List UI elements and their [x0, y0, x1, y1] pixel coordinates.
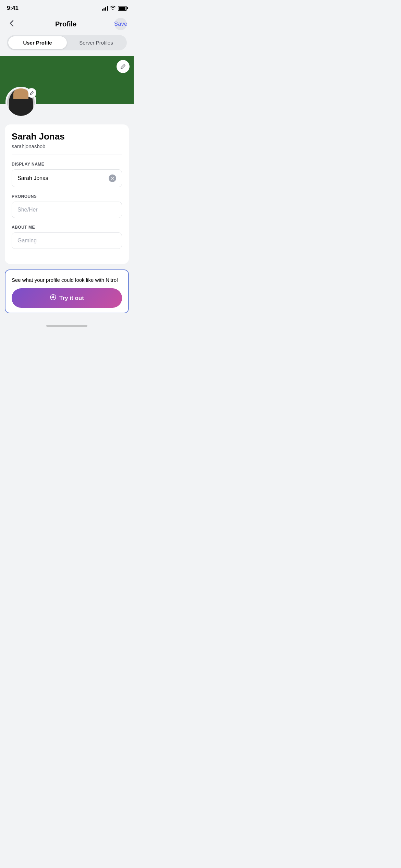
back-button[interactable]	[7, 19, 17, 30]
battery-icon	[118, 6, 127, 11]
avatar-wrap	[5, 87, 36, 118]
clear-display-name-button[interactable]: ✕	[109, 174, 116, 182]
pronouns-label: PRONOUNS	[12, 194, 122, 199]
svg-point-1	[52, 296, 54, 298]
home-indicator	[0, 322, 134, 329]
nitro-banner: See what your profile could look like wi…	[5, 269, 129, 313]
display-name-input[interactable]	[17, 175, 109, 181]
profile-card: Sarah Jonas sarahjonasbob DISPLAY NAME ✕…	[5, 124, 129, 264]
try-it-out-button[interactable]: Try it out	[12, 288, 122, 308]
tab-switcher: User Profile Server Profiles	[7, 35, 127, 50]
edit-banner-button[interactable]	[117, 60, 130, 73]
status-icons	[102, 5, 127, 11]
about-me-label: ABOUT ME	[12, 225, 122, 230]
page-title: Profile	[55, 20, 76, 28]
home-bar	[46, 325, 87, 327]
display-name-label: DISPLAY NAME	[12, 162, 122, 167]
pronouns-input[interactable]	[17, 207, 116, 213]
divider	[12, 155, 122, 155]
nitro-button-icon	[50, 294, 57, 302]
signal-icon	[102, 6, 108, 11]
status-time: 9:41	[7, 5, 19, 12]
try-it-out-label: Try it out	[59, 295, 84, 302]
tab-server-profiles[interactable]: Server Profiles	[67, 36, 125, 49]
display-name-field-wrap: ✕	[12, 169, 122, 187]
about-me-input[interactable]	[17, 238, 116, 244]
pronouns-field-wrap	[12, 202, 122, 218]
about-me-field-wrap	[12, 232, 122, 249]
header: Profile Save	[0, 14, 134, 35]
username-label: sarahjonasbob	[12, 143, 122, 149]
tab-user-profile[interactable]: User Profile	[8, 36, 67, 49]
save-button[interactable]: Save	[114, 18, 127, 30]
display-name-heading: Sarah Jonas	[12, 131, 122, 142]
status-bar: 9:41	[0, 0, 134, 14]
nitro-promo-text: See what your profile could look like wi…	[12, 276, 122, 284]
wifi-icon	[110, 5, 116, 11]
